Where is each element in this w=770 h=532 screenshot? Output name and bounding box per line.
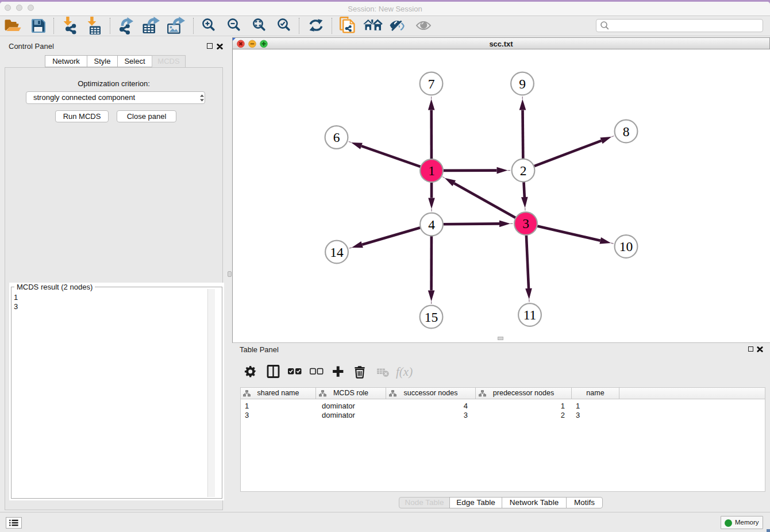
svg-text:1: 1 [428,163,435,178]
svg-text:2: 2 [520,163,527,178]
svg-text:14: 14 [330,245,344,260]
svg-text:15: 15 [425,310,438,325]
svg-text:3: 3 [522,216,529,231]
svg-text:11: 11 [523,307,537,322]
svg-text:4: 4 [428,217,435,232]
svg-text:10: 10 [619,239,633,254]
svg-text:8: 8 [623,124,630,139]
svg-text:6: 6 [333,130,340,145]
svg-text:f(x): f(x) [396,365,413,379]
svg-text:9: 9 [519,76,526,91]
svg-text:7: 7 [428,76,435,91]
